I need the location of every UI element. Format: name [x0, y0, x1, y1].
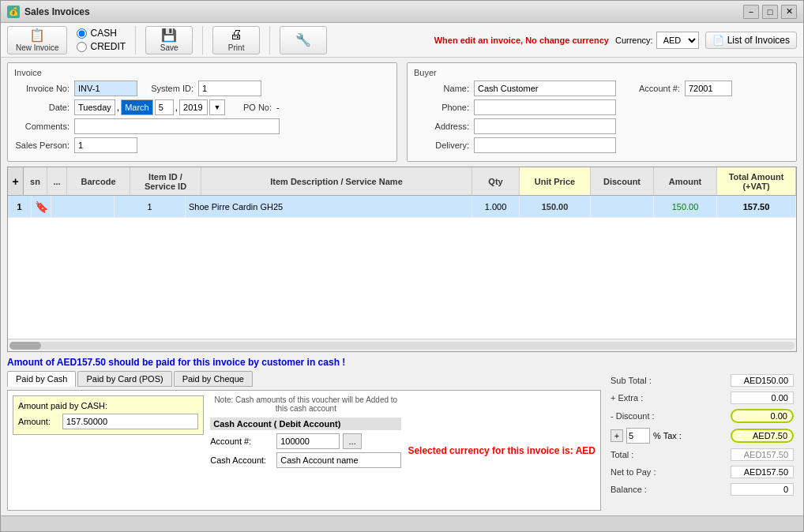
account-hash-field[interactable] [276, 433, 340, 449]
invoice-table: + sn ... Barcode Item ID /Service ID Ite… [7, 167, 797, 352]
system-id-input[interactable] [198, 81, 261, 96]
cash-radio-label: CASH [90, 28, 116, 39]
payment-panel: Amount paid by CASH: Amount: Note: Cash … [7, 390, 601, 511]
po-no-label: PO No: [236, 103, 272, 112]
close-button[interactable]: ✕ [781, 5, 797, 19]
buyer-address-input[interactable] [474, 118, 616, 134]
buyer-phone-input[interactable] [474, 99, 616, 115]
print-button[interactable]: 🖨 Print [212, 26, 260, 54]
date-row: Date: Tuesday , March 5 , 2019 ▼ PO No: … [14, 99, 390, 115]
currency-select-group: Currency: AED USD EUR [615, 32, 699, 49]
date-day: Tuesday [74, 99, 115, 115]
td-discount [591, 196, 654, 217]
table-row[interactable]: 1 🔖 1 Shoe Pirre Cardin GH25 1.000 150.0… [8, 196, 796, 218]
title-bar-left: 💰 Sales Invoices [7, 6, 90, 18]
account-hash-row: Account #: ... [210, 433, 401, 449]
new-invoice-button[interactable]: 📋 New Invoice [7, 26, 67, 54]
total-row: Total : AED157.50 [607, 447, 797, 463]
sales-invoices-window: 💰 Sales Invoices − □ ✕ 📋 New Invoice CAS… [0, 0, 804, 532]
extra-value: 0.00 [731, 392, 794, 404]
buyer-name-input[interactable] [474, 81, 616, 96]
th-discount: Discount [591, 167, 654, 195]
window-title: Sales Invoices [24, 6, 90, 17]
cash-account-row: Cash Account: [210, 452, 401, 468]
invoice-no-row: Invoice No: System ID: [14, 81, 390, 96]
th-barcode: Barcode [67, 167, 130, 195]
subtotal-value: AED150.00 [731, 374, 794, 387]
list-of-invoices-button[interactable]: 📄 List of Invoices [705, 32, 797, 49]
total-label: Total : [611, 450, 633, 459]
toolbar-separator-2 [202, 26, 203, 54]
invoice-section-label: Invoice [14, 68, 390, 77]
add-row-button[interactable]: + [8, 167, 24, 195]
toolbar-separator-3 [269, 26, 270, 54]
bottom-section: Amount of AED157.50 should be paid for t… [7, 357, 797, 511]
minimize-button[interactable]: − [743, 5, 759, 19]
td-qty: 1.000 [472, 196, 520, 217]
currency-dropdown[interactable]: AED USD EUR [656, 32, 699, 49]
invoice-section: Invoice Invoice No: System ID: Date: Tue… [7, 62, 397, 162]
th-sn: sn [24, 167, 47, 195]
date-day-num[interactable]: 5 [155, 99, 174, 115]
maximize-button[interactable]: □ [762, 5, 778, 19]
buyer-phone-row: Phone: [414, 99, 790, 115]
bottom-left: Amount of AED157.50 should be paid for t… [7, 357, 601, 511]
window-controls: − □ ✕ [743, 5, 797, 19]
horizontal-scrollbar[interactable] [8, 339, 796, 351]
buyer-section: Buyer Name: Account #: Phone: Address: D… [407, 62, 797, 162]
cash-box: Amount paid by CASH: Amount: [13, 395, 204, 435]
date-picker-button[interactable]: ▼ [209, 99, 225, 115]
cash-panel-title: Amount paid by CASH: [18, 401, 198, 410]
list-icon: 📄 [712, 35, 724, 46]
td-itemid: 1 [115, 196, 186, 217]
cash-radio[interactable] [77, 28, 87, 39]
th-unitprice: Unit Price [520, 167, 591, 195]
cash-amount-input[interactable] [62, 414, 198, 429]
debit-panel: Note: Cash amounts of this voucher will … [210, 395, 401, 505]
sales-person-input[interactable] [74, 137, 137, 153]
invoice-no-input[interactable] [74, 81, 137, 96]
th-dots: ... [47, 167, 67, 195]
toolbar-separator-1 [135, 26, 136, 54]
buyer-phone-label: Phone: [414, 103, 469, 112]
summary-panel: Sub Total : AED150.00 + Extra : 0.00 - D… [607, 357, 797, 511]
discount-row: - Discount : 0.00 [607, 407, 797, 425]
comments-label: Comments: [14, 122, 70, 131]
table-header: + sn ... Barcode Item ID /Service ID Ite… [8, 167, 796, 196]
extra-row: + Extra : 0.00 [607, 390, 797, 406]
save-button[interactable]: 💾 Save [145, 26, 193, 54]
credit-radio-row[interactable]: CREDIT [77, 41, 126, 52]
tools-button[interactable]: 🔧 [280, 26, 327, 54]
discount-value: 0.00 [731, 409, 794, 423]
credit-radio[interactable] [77, 42, 87, 52]
comments-input[interactable] [74, 118, 280, 134]
cash-account-label: Cash Account: [210, 455, 273, 465]
buyer-delivery-row: Delivery: [414, 137, 790, 153]
amount-message: Amount of AED157.50 should be paid for t… [7, 357, 601, 368]
tab-paid-by-cash[interactable]: Paid by Cash [7, 371, 76, 387]
currency-note: Note: Cash amounts of this voucher will … [210, 395, 401, 413]
date-group: Tuesday , March 5 , 2019 ▼ [74, 99, 225, 115]
date-month[interactable]: March [121, 99, 153, 115]
tax-rate-input[interactable] [626, 428, 650, 444]
net-to-pay-row: Net to Pay : AED157.50 [607, 464, 797, 480]
account-lookup-button[interactable]: ... [343, 433, 362, 449]
extra-label: + Extra : [611, 393, 643, 403]
cash-radio-row[interactable]: CASH [77, 28, 126, 39]
tab-paid-by-cheque[interactable]: Paid by Cheque [174, 371, 253, 387]
print-icon: 🖨 [229, 28, 243, 42]
net-to-pay-value: AED157.50 [731, 466, 794, 478]
cash-account-name-input[interactable] [276, 452, 401, 468]
tab-paid-by-card[interactable]: Paid by Card (POS) [77, 371, 171, 387]
tax-left: + % Tax : [611, 428, 682, 444]
currency-selected-container: Selected currency for this invoice is: A… [408, 395, 595, 505]
buyer-delivery-input[interactable] [474, 137, 616, 153]
subtotal-label: Sub Total : [611, 376, 652, 385]
tax-plus-button[interactable]: + [611, 429, 623, 442]
credit-radio-label: CREDIT [90, 41, 126, 52]
payment-type-group: CASH CREDIT [77, 28, 126, 52]
date-year[interactable]: 2019 [179, 99, 208, 115]
account-hash-input[interactable] [685, 81, 732, 96]
balance-label: Balance : [611, 485, 647, 494]
print-label: Print [228, 43, 245, 52]
